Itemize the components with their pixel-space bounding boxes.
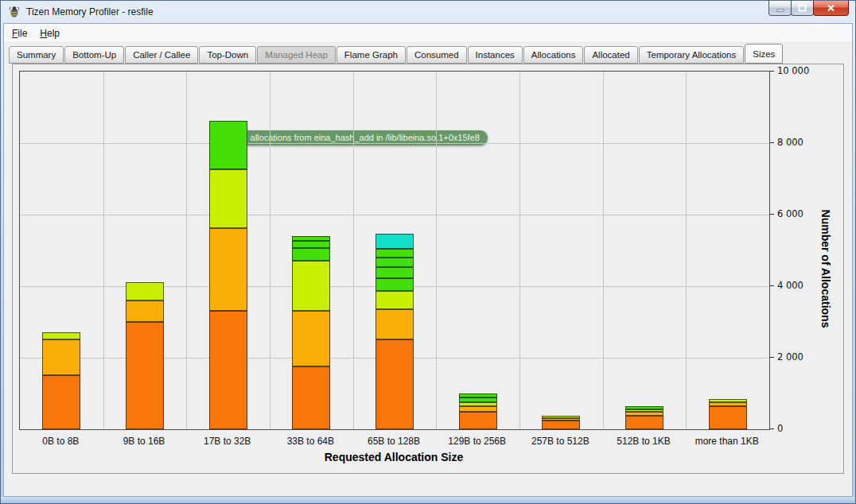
minimize-button[interactable] (768, 1, 792, 16)
bar-segment[interactable] (375, 249, 414, 258)
bar-segment[interactable] (625, 416, 663, 429)
bar-segment[interactable] (542, 418, 580, 421)
bar-segment[interactable] (375, 267, 414, 278)
minimize-icon (776, 5, 784, 12)
maximize-icon (798, 4, 807, 12)
bar-segment[interactable] (292, 236, 330, 241)
gridline-horizontal (20, 215, 769, 215)
y-tick-mark (770, 285, 774, 286)
bar-segment[interactable] (625, 406, 663, 409)
tab-allocations[interactable]: Allocations (523, 46, 584, 64)
tab-top-down[interactable]: Top-Down (199, 46, 256, 64)
bar-segment[interactable] (709, 402, 747, 406)
tab-summary[interactable]: Summary (9, 46, 64, 64)
y-tick-mark (770, 142, 774, 143)
menu-item-help[interactable]: Help (33, 25, 66, 41)
bar-segment[interactable] (292, 248, 330, 261)
x-category-label: 512B to 1KB (617, 436, 670, 447)
bar-segment[interactable] (625, 409, 663, 412)
gridline-vertical (519, 72, 520, 429)
bar-segment[interactable] (292, 261, 330, 311)
app-window: Tizen Memory Profiler - resfile FileHelp… (0, 0, 856, 504)
window-bottom-frame (1, 497, 855, 503)
bar-segment[interactable] (292, 311, 330, 366)
menu-bar: FileHelp (4, 24, 852, 43)
gridline-vertical (436, 72, 437, 429)
plot-area: 1348 allocations from eina_hash_add in /… (19, 71, 770, 430)
bar-segment[interactable] (375, 278, 414, 291)
client-area: FileHelp SummaryBottom-UpCaller / Callee… (3, 23, 853, 497)
y-tick-label: 2 000 (777, 351, 803, 362)
y-tick-mark (770, 71, 774, 72)
gridline-vertical (603, 72, 604, 429)
tab-flame-graph[interactable]: Flame Graph (337, 46, 406, 64)
bar-segment[interactable] (375, 309, 414, 339)
y-tick-label: 6 000 (777, 208, 803, 219)
tab-caller-callee[interactable]: Caller / Callee (125, 46, 198, 64)
bar-segment[interactable] (375, 291, 414, 309)
gridline-vertical (103, 72, 104, 429)
bar-segment[interactable] (459, 394, 497, 397)
tab-bottom-up[interactable]: Bottom-Up (64, 46, 124, 64)
tab-instances[interactable]: Instances (468, 46, 523, 64)
x-category-label: 9B to 16B (123, 436, 165, 447)
bar-segment[interactable] (126, 300, 164, 322)
x-category-label: 33B to 64B (287, 436, 334, 447)
tab-managed-heap: Managed Heap (257, 46, 336, 64)
title-bar[interactable]: Tizen Memory Profiler - resfile (1, 1, 855, 23)
menu-item-file[interactable]: File (6, 25, 33, 41)
tab-sizes[interactable]: Sizes (745, 44, 783, 64)
x-category-label: 0B to 8B (42, 436, 79, 447)
tooltip-text: allocations from eina_hash_add in /lib/l… (247, 133, 479, 142)
gridline-vertical (353, 72, 354, 429)
bar-segment[interactable] (126, 282, 164, 300)
bar-segment[interactable] (42, 375, 80, 429)
app-icon (8, 6, 21, 18)
y-tick-mark (770, 214, 774, 215)
bar-segment[interactable] (209, 121, 247, 169)
y-tick-label: 10 000 (777, 65, 809, 76)
gridline-vertical (270, 72, 270, 429)
bar-segment[interactable] (459, 412, 497, 429)
y-tick-label: 0 (777, 423, 783, 434)
x-category-label: 257B to 512B (531, 436, 589, 447)
gridline-horizontal (20, 143, 769, 144)
bar-segment[interactable] (375, 258, 414, 267)
x-category-label: 17B to 32B (204, 436, 251, 447)
bar-segment[interactable] (542, 416, 580, 418)
y-tick-mark (770, 357, 774, 358)
close-button[interactable] (813, 1, 849, 16)
bar-segment[interactable] (459, 406, 497, 412)
bar-segment[interactable] (42, 332, 80, 339)
gridline-vertical (686, 72, 687, 429)
bar-segment[interactable] (42, 339, 80, 375)
tab-consumed[interactable]: Consumed (407, 46, 467, 64)
bar-segment[interactable] (459, 402, 497, 406)
x-axis-label: Requested Allocation Size (325, 451, 464, 463)
x-category-label: 65B to 128B (368, 436, 420, 447)
bar-segment[interactable] (709, 399, 747, 402)
y-tick-mark (770, 428, 774, 429)
tab-allocated[interactable]: Allocated (584, 46, 637, 64)
bar-segment[interactable] (375, 339, 414, 429)
bar-segment[interactable] (209, 169, 247, 228)
maximize-button[interactable] (791, 1, 814, 16)
bar-segment[interactable] (709, 406, 747, 429)
bar-segment[interactable] (542, 421, 580, 429)
y-tick-label: 4 000 (777, 280, 803, 291)
gridline-vertical (186, 72, 187, 429)
tab-temporary-allocations[interactable]: Temporary Allocations (639, 46, 745, 64)
close-icon (827, 4, 835, 12)
bar-segment[interactable] (292, 241, 330, 248)
chart-panel: 1348 allocations from eina_hash_add in /… (12, 64, 844, 474)
bar-segment[interactable] (209, 311, 247, 429)
bar-segment[interactable] (459, 397, 497, 402)
bar-segment[interactable] (375, 234, 414, 249)
bar-segment[interactable] (126, 322, 164, 429)
x-category-label: 129B to 256B (448, 436, 506, 447)
y-axis-label: Number of Allocations (819, 210, 832, 328)
bar-segment[interactable] (625, 412, 663, 416)
window-title: Tizen Memory Profiler - resfile (26, 6, 154, 17)
bar-segment[interactable] (292, 366, 330, 429)
bar-segment[interactable] (209, 228, 247, 311)
